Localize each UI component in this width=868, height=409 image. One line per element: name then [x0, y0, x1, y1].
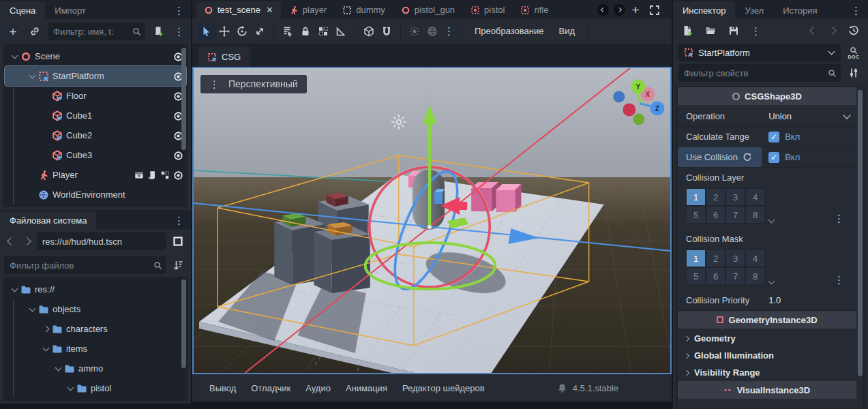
open-docs-button[interactable]: DOC: [845, 46, 863, 59]
collision_mask-bit-8[interactable]: 8: [746, 268, 764, 284]
expand-viewport-button[interactable]: [646, 1, 663, 19]
bottom-panel-Анимация[interactable]: Анимация: [338, 383, 395, 393]
scene-filter-input[interactable]: [53, 27, 132, 37]
scene-node-Player[interactable]: Player: [5, 165, 186, 185]
collision_mask-bit-3[interactable]: 3: [726, 250, 745, 267]
tool-cursor-button[interactable]: [198, 22, 215, 40]
axis-neg-x-ball[interactable]: [623, 104, 635, 117]
edit-history-button[interactable]: [845, 22, 863, 40]
folder-res://[interactable]: res://: [5, 279, 186, 299]
inspector-forward-button[interactable]: [826, 24, 839, 37]
tab-csg[interactable]: CSG: [198, 47, 250, 67]
inspector-tab-Инспектор[interactable]: Инспектор: [673, 1, 735, 19]
expander-icon[interactable]: [29, 305, 36, 312]
scene-node-Floor[interactable]: Floor: [5, 86, 186, 106]
bottom-panel-Аудио[interactable]: Аудио: [298, 383, 338, 393]
property-tools-button[interactable]: [845, 64, 863, 82]
bell-icon[interactable]: [557, 383, 567, 393]
collision_layer-bit-8[interactable]: 8: [746, 207, 764, 223]
tool-cube-button[interactable]: [360, 22, 378, 40]
bottom-panel-Редактор шейдеров[interactable]: Редактор шейдеров: [395, 383, 492, 393]
scene-tab-rifle[interactable]: rifle: [513, 1, 556, 18]
scene-dock-menu-icon[interactable]: ⋮: [171, 27, 187, 37]
film-badge-icon[interactable]: [134, 170, 144, 181]
viewport-3d-canvas[interactable]: Y X Z: [194, 68, 670, 373]
collision_mask-bit-5[interactable]: 5: [687, 268, 705, 284]
expander-icon[interactable]: [43, 326, 50, 333]
expander-icon[interactable]: [68, 384, 74, 391]
tool-scale-button[interactable]: [251, 22, 269, 40]
collision_mask-bit-1[interactable]: 1: [687, 250, 705, 267]
tabs-prev-button[interactable]: [597, 4, 609, 16]
visibility-toggle[interactable]: [173, 149, 183, 160]
tool-sun-button[interactable]: [406, 22, 423, 40]
history-forward-button[interactable]: [20, 234, 34, 248]
history-back-button[interactable]: [4, 234, 18, 248]
tab-filesystem[interactable]: Файловая система: [0, 211, 96, 229]
expander-icon[interactable]: [12, 285, 18, 292]
scene-tab-pistol[interactable]: pistol: [463, 1, 512, 18]
new-resource-button[interactable]: [678, 22, 696, 40]
menu-Преобразование[interactable]: Преобразование: [467, 26, 552, 36]
folder-pistol[interactable]: pistol: [5, 378, 186, 398]
inspector-tab-menu-icon[interactable]: ⋮: [848, 5, 864, 16]
script-badge-icon[interactable]: [147, 170, 157, 181]
collision_mask-bit-4[interactable]: 4: [746, 250, 764, 267]
checkbox-Calculate Tange[interactable]: ✓: [768, 132, 779, 142]
new-scene-tab-button[interactable]: +: [627, 1, 644, 19]
folder-characters[interactable]: characters: [5, 319, 186, 339]
scene-node-Cube3[interactable]: Cube3: [5, 145, 186, 165]
collision_layer-bit-7[interactable]: 7: [726, 207, 745, 223]
menu-Вид[interactable]: Вид: [552, 26, 583, 36]
scene-node-Cube2[interactable]: Cube2: [5, 125, 186, 145]
property-filter-input[interactable]: [684, 68, 828, 78]
collision_layer-bit-5[interactable]: 5: [687, 207, 705, 223]
bottom-panel-Вывод[interactable]: Вывод: [202, 383, 243, 393]
collision_layer-bit-1[interactable]: 1: [687, 189, 705, 205]
tool-ruler-button[interactable]: [332, 22, 350, 40]
collision_layer-bit-2[interactable]: 2: [706, 189, 725, 205]
split-view-button[interactable]: [169, 232, 187, 250]
perspective-menu-button[interactable]: ⋮ Перспективный: [200, 75, 307, 93]
filesystem-menu-icon[interactable]: ⋮: [171, 215, 187, 226]
bottom-panel-Отладчик[interactable]: Отладчик: [243, 383, 298, 393]
tool-magnet-button[interactable]: [378, 22, 395, 40]
scene-tab-dummy[interactable]: dummy: [335, 1, 393, 18]
collision_mask-menu-icon[interactable]: ⋮: [831, 275, 847, 285]
category-csgshape3d[interactable]: CSGShape3D: [678, 87, 856, 105]
collision_mask-bit-6[interactable]: 6: [706, 268, 725, 284]
axis-neg-y-ball[interactable]: [633, 114, 644, 125]
scene-node-StartPlatform[interactable]: StartPlatform: [5, 66, 186, 86]
collision_layer-menu-icon[interactable]: ⋮: [831, 213, 847, 224]
tabs-next-button[interactable]: [614, 4, 625, 16]
inspector-tab-История[interactable]: История: [773, 1, 826, 19]
collision_layer-bit-3[interactable]: 3: [726, 189, 745, 205]
resource-menu-icon[interactable]: ⋮: [748, 26, 764, 36]
expand-layers-icon[interactable]: [768, 278, 775, 285]
visibility-toggle[interactable]: [173, 169, 183, 180]
expander-icon[interactable]: [55, 364, 62, 371]
category-visualinstance3d[interactable]: ••VisualInstance3D: [678, 381, 856, 399]
file-filter-field[interactable]: [4, 256, 166, 274]
close-tab-icon[interactable]: ✕: [266, 5, 273, 15]
dock-tab-Сцена[interactable]: Сцена: [0, 1, 45, 19]
tool-lock-button[interactable]: [297, 22, 314, 40]
inspector-tab-Узел[interactable]: Узел: [735, 1, 773, 19]
checkbox-Use Collision[interactable]: ✓: [768, 152, 779, 163]
group-Visibility Range[interactable]: Visibility Range: [678, 364, 856, 381]
property-filter-field[interactable]: [678, 64, 841, 82]
scene-tree-scrollbar[interactable]: [181, 48, 186, 150]
folder-ammo[interactable]: ammo: [5, 359, 186, 378]
tool-move-button[interactable]: [215, 22, 233, 40]
group-Geometry[interactable]: Geometry: [678, 330, 856, 347]
add-node-button[interactable]: +: [4, 22, 22, 40]
expander-icon[interactable]: [12, 52, 18, 59]
extra-options-menu-icon[interactable]: ⋮: [441, 26, 457, 36]
folder-items[interactable]: items: [5, 339, 186, 359]
dock-tab-menu-icon[interactable]: ⋮: [171, 5, 187, 16]
load-resource-button[interactable]: [702, 22, 719, 40]
sort-files-button[interactable]: [169, 256, 187, 274]
path-input[interactable]: [42, 237, 162, 247]
inspector-back-button[interactable]: [807, 24, 820, 37]
scene-tab-pistol_gun[interactable]: pistol_gun: [393, 1, 462, 18]
